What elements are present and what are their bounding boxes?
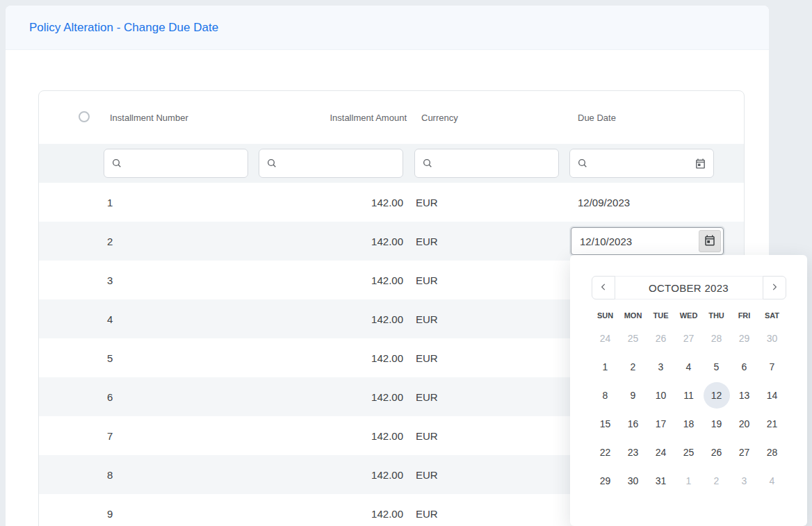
- installment-amount-cell: 142.00: [259, 391, 414, 403]
- currency-cell: EUR: [414, 313, 569, 325]
- calendar-day[interactable]: 13: [731, 381, 758, 409]
- filter-currency[interactable]: [414, 149, 559, 178]
- calendar-day[interactable]: 4: [675, 352, 703, 381]
- calendar-day[interactable]: 2: [619, 352, 647, 381]
- calendar-day[interactable]: 30: [619, 466, 647, 495]
- calendar-day[interactable]: 27: [731, 438, 758, 466]
- column-header-due-date: Due Date: [569, 113, 744, 123]
- calendar-day[interactable]: 3: [647, 352, 675, 381]
- installment-amount-cell: 142.00: [259, 197, 414, 208]
- calendar-weekday-label: SAT: [758, 311, 786, 320]
- installment-amount-cell: 142.00: [259, 313, 414, 325]
- title-bar: Policy Alteration - Change Due Date: [6, 6, 769, 50]
- table-header-row: Installment Number Installment Amount Cu…: [39, 91, 744, 144]
- calendar-header: OCTOBER 2023: [592, 276, 786, 299]
- calendar-day[interactable]: 18: [675, 409, 703, 438]
- date-editor-calendar-button[interactable]: [699, 230, 721, 252]
- filter-installment-amount[interactable]: [259, 149, 403, 178]
- filter-installment-number[interactable]: [104, 149, 248, 178]
- calendar-day-selected[interactable]: 12: [704, 382, 730, 409]
- installment-number-cell: 4: [104, 313, 259, 325]
- calendar-day[interactable]: 7: [758, 352, 786, 381]
- calendar-day[interactable]: 24: [592, 324, 619, 352]
- currency-cell: EUR: [414, 469, 569, 481]
- installment-amount-cell: 142.00: [259, 508, 414, 520]
- next-month-button[interactable]: [763, 276, 786, 299]
- calendar-day[interactable]: 20: [731, 409, 758, 438]
- calendar-icon[interactable]: [695, 158, 706, 170]
- due-date-cell: 12/09/2023: [569, 197, 744, 208]
- installment-number-filter-input[interactable]: [128, 158, 241, 169]
- calendar-day[interactable]: 25: [619, 324, 647, 352]
- calendar-day[interactable]: 28: [703, 324, 731, 352]
- calendar-weekday-label: MON: [619, 311, 647, 320]
- calendar-day[interactable]: 22: [592, 438, 619, 466]
- calendar-day[interactable]: 5: [703, 352, 731, 381]
- due-date-filter-input[interactable]: [594, 158, 695, 169]
- due-date-editor[interactable]: 12/10/2023: [571, 227, 724, 255]
- installment-number-cell: 3: [104, 274, 259, 286]
- calendar-day[interactable]: 29: [731, 324, 758, 352]
- chevron-right-icon: [770, 282, 779, 294]
- calendar-day[interactable]: 4: [758, 466, 786, 495]
- installment-amount-filter-input[interactable]: [283, 158, 396, 169]
- calendar-weekday-label: WED: [675, 311, 703, 320]
- currency-cell: EUR: [414, 508, 569, 520]
- currency-cell: EUR: [414, 197, 569, 208]
- installment-number-cell: 1: [104, 197, 259, 208]
- calendar-day[interactable]: 26: [647, 324, 675, 352]
- page-title: Policy Alteration - Change Due Date: [29, 21, 218, 35]
- search-icon: [111, 158, 122, 169]
- calendar-weekday-label: THU: [703, 311, 731, 320]
- currency-cell: EUR: [414, 430, 569, 442]
- calendar-day[interactable]: 6: [731, 352, 758, 381]
- installment-amount-cell: 142.00: [259, 469, 414, 481]
- calendar-day[interactable]: 23: [619, 438, 647, 466]
- calendar-day[interactable]: 1: [592, 352, 619, 381]
- search-icon: [422, 158, 433, 169]
- calendar-day[interactable]: 14: [758, 381, 786, 409]
- column-header-installment-amount: Installment Amount: [259, 113, 414, 123]
- column-header-currency: Currency: [414, 113, 569, 123]
- calendar-day[interactable]: 29: [592, 466, 619, 495]
- calendar-day[interactable]: 3: [731, 466, 758, 495]
- calendar-weekday-label: SUN: [592, 311, 619, 320]
- previous-month-button[interactable]: [592, 276, 615, 299]
- currency-cell: EUR: [414, 236, 569, 247]
- column-header-installment-number: Installment Number: [104, 113, 259, 123]
- calendar-day[interactable]: 16: [619, 409, 647, 438]
- calendar-day[interactable]: 31: [647, 466, 675, 495]
- calendar-day[interactable]: 8: [592, 381, 619, 409]
- calendar-day[interactable]: 21: [758, 409, 786, 438]
- calendar-weekday-label: TUE: [647, 311, 675, 320]
- currency-filter-input[interactable]: [439, 158, 551, 169]
- calendar-weekday-label: FRI: [731, 311, 758, 320]
- installment-number-cell: 6: [104, 391, 259, 403]
- calendar-day[interactable]: 9: [619, 381, 647, 409]
- date-picker-popup: OCTOBER 2023 SUNMONTUEWEDTHUFRISAT 24252…: [570, 255, 807, 526]
- installment-number-cell: 8: [104, 469, 259, 481]
- calendar-day[interactable]: 25: [675, 438, 703, 466]
- calendar-day[interactable]: 19: [703, 409, 731, 438]
- calendar-day[interactable]: 10: [647, 381, 675, 409]
- calendar-weekday-row: SUNMONTUEWEDTHUFRISAT: [592, 311, 786, 320]
- calendar-month-title: OCTOBER 2023: [615, 276, 763, 299]
- calendar-grid: 2425262728293012345678910111213141516171…: [592, 324, 786, 495]
- due-date-editor-value[interactable]: 12/10/2023: [571, 236, 699, 247]
- calendar-day[interactable]: 1: [675, 466, 703, 495]
- currency-cell: EUR: [414, 274, 569, 286]
- calendar-day[interactable]: 15: [592, 409, 619, 438]
- due-date-cell: 12/10/2023: [569, 227, 744, 255]
- calendar-day[interactable]: 26: [703, 438, 731, 466]
- select-all-checkbox[interactable]: [79, 111, 90, 122]
- search-icon: [577, 158, 588, 169]
- calendar-day[interactable]: 11: [675, 381, 703, 409]
- calendar-day[interactable]: 2: [703, 466, 731, 495]
- calendar-day[interactable]: 30: [758, 324, 786, 352]
- filter-due-date[interactable]: [569, 149, 714, 178]
- calendar-day[interactable]: 17: [647, 409, 675, 438]
- installment-amount-cell: 142.00: [259, 352, 414, 364]
- calendar-day[interactable]: 27: [675, 324, 703, 352]
- calendar-day[interactable]: 28: [758, 438, 786, 466]
- calendar-day[interactable]: 24: [647, 438, 675, 466]
